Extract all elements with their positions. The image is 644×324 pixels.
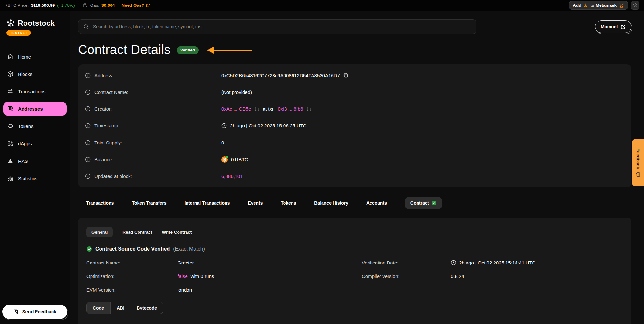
- tab-internal-transactions[interactable]: Internal Transactions: [185, 200, 230, 206]
- creator-address-link[interactable]: 0xAc ... CD5e: [221, 106, 251, 112]
- tab-token-transfers[interactable]: Token Transfers: [132, 200, 166, 206]
- metamask-button-suffix: to Metamask: [590, 3, 617, 8]
- copy-icon[interactable]: [343, 73, 348, 78]
- detail-row-address: Address: 0xC5D2B6b48162C7728c9A008612D64…: [85, 71, 624, 79]
- sidebar-item-addresses[interactable]: Addresses: [3, 102, 67, 116]
- sidebar-item-label: Tokens: [18, 124, 34, 129]
- info-icon: [85, 157, 91, 162]
- sidebar-item-dapps[interactable]: dApps: [3, 137, 67, 150]
- testnet-badge: TESTNET: [6, 30, 31, 36]
- tab-contract[interactable]: Contract: [405, 197, 442, 209]
- copy-icon[interactable]: [255, 106, 260, 112]
- tab-accounts[interactable]: Accounts: [366, 200, 387, 206]
- field-contract-name: Contract Name: Greeter: [86, 259, 362, 267]
- clock-icon: [221, 123, 227, 128]
- title-row: Contract Details Verified: [78, 42, 631, 57]
- contract-name-value: (Not provided): [221, 89, 252, 95]
- gas-label: Gas:: [90, 3, 100, 8]
- verified-badge: Verified: [177, 46, 199, 54]
- external-link-icon: [621, 24, 626, 29]
- copy-icon[interactable]: [306, 106, 312, 112]
- updated-block-link[interactable]: 6,886,101: [221, 173, 243, 179]
- search-input[interactable]: [92, 24, 471, 30]
- search-row: Mainnet: [78, 19, 631, 34]
- check-circle-icon: [431, 200, 437, 206]
- contract-details-panel: Address: 0xC5D2B6b48162C7728c9A008612D64…: [78, 64, 631, 187]
- total-supply-value: 0: [221, 140, 224, 145]
- verification-date-value: 2h ago | Oct 02 2025 15:14:41 UTC: [459, 260, 535, 265]
- optimization-runs: with 0 runs: [191, 273, 214, 279]
- rootstock-flower-icon: [583, 3, 588, 8]
- app-root: RBTC Price: $119,506.99 (+1.78%) Gas: $0…: [0, 0, 644, 324]
- field-evm-version: EVM Version: london: [86, 286, 362, 294]
- rootstock-network-button[interactable]: [631, 1, 639, 10]
- search-box[interactable]: [78, 19, 476, 34]
- contract-fields: Contract Name: Greeter Optimization: fal…: [86, 259, 623, 294]
- tab-events[interactable]: Events: [248, 200, 263, 206]
- evm-version-value: london: [178, 287, 192, 292]
- sidebar-item-ras[interactable]: RAS: [3, 154, 67, 168]
- sidebar-item-label: Blocks: [18, 71, 32, 77]
- tab-contract-label: Contract: [410, 200, 429, 206]
- sidebar-item-blocks[interactable]: Blocks: [3, 67, 67, 81]
- feedback-edge-tab[interactable]: Feedback: [632, 139, 644, 186]
- sidebar-item-tokens[interactable]: Tokens: [3, 119, 67, 133]
- feedback-label: Feedback: [636, 148, 640, 169]
- subtab-write-contract[interactable]: Write Contract: [162, 230, 192, 235]
- field-label: Contract Name:: [86, 260, 178, 265]
- detail-row-balance: Balance: ₿ 0 RBTC: [85, 155, 624, 164]
- rbtc-price-label: RBTC Price:: [5, 3, 29, 8]
- tab-tokens[interactable]: Tokens: [281, 200, 296, 206]
- sidebar-item-label: Transactions: [18, 89, 45, 94]
- sidebar-item-transactions[interactable]: Transactions: [3, 85, 67, 98]
- send-feedback-button[interactable]: Send Feedback: [2, 305, 67, 319]
- topbar-actions: Add to Metamask: [569, 1, 639, 10]
- subtab-read-contract[interactable]: Read Contract: [122, 230, 152, 235]
- source-verified-line: Contract Source Code Verified (Exact Mat…: [86, 246, 623, 252]
- metamask-button-prefix: Add: [573, 3, 581, 8]
- search-icon: [83, 24, 89, 30]
- creation-tx-link[interactable]: 0xf3 ... 6fb6: [278, 106, 303, 112]
- annotation-arrow-icon: [214, 50, 252, 51]
- brand[interactable]: Rootstock: [6, 19, 70, 28]
- detail-row-updated-block: Updated at block: 6,886,101: [85, 172, 624, 181]
- field-label: Compiler version:: [362, 273, 451, 279]
- sidebar: Rootstock TESTNET Home Blocks Transactio…: [0, 11, 70, 324]
- contract-name-value: Greeter: [178, 260, 194, 265]
- tab-transactions[interactable]: Transactions: [86, 200, 114, 206]
- compiler-version-value: 0.8.24: [451, 273, 464, 279]
- detail-label: Total Supply:: [94, 140, 122, 145]
- address-value: 0xC5D2B6b48162C7728c9A008612D64FA8530A16…: [221, 73, 340, 78]
- verified-heading: Contract Source Code Verified: [95, 246, 170, 252]
- sidebar-item-label: dApps: [18, 141, 32, 146]
- info-icon: [85, 140, 91, 145]
- detail-label: Timestamp:: [94, 123, 120, 128]
- sidebar-item-statistics[interactable]: Statistics: [3, 171, 67, 185]
- code-tab[interactable]: Code: [87, 302, 111, 314]
- timestamp-value: 2h ago | Oct 02 2025 15:06:25 UTC: [230, 123, 306, 128]
- page-title: Contract Details: [78, 42, 171, 57]
- transfer-arrows-icon: [7, 88, 14, 95]
- rootstock-flower-gray-icon: [633, 3, 638, 8]
- field-compiler-version: Compiler version: 0.8.24: [362, 272, 535, 280]
- detail-label: Contract Name:: [94, 89, 128, 95]
- detail-label: Address:: [94, 73, 113, 78]
- tab-balance-history[interactable]: Balance History: [314, 200, 348, 206]
- balance-value: 0 RBTC: [231, 157, 248, 162]
- field-label: EVM Version:: [86, 287, 178, 292]
- triangle-icon: [7, 158, 14, 164]
- sidebar-item-home[interactable]: Home: [3, 50, 67, 63]
- abi-tab[interactable]: ABI: [111, 302, 130, 314]
- metamask-fox-icon: [619, 3, 624, 8]
- field-optimization: Optimization: false with 0 runs: [86, 272, 362, 280]
- mainnet-button[interactable]: Mainnet: [595, 20, 631, 33]
- need-gas-link[interactable]: Need Gas?: [121, 3, 150, 8]
- sidebar-item-label: RAS: [18, 158, 28, 164]
- notepad-pen-icon: [13, 309, 19, 315]
- add-to-metamask-button[interactable]: Add to Metamask: [569, 1, 628, 10]
- rbtc-price-value: $119,506.99: [31, 3, 55, 8]
- need-gas-label: Need Gas?: [121, 3, 144, 8]
- info-icon: [85, 106, 91, 112]
- subtab-general[interactable]: General: [86, 227, 113, 237]
- bytecode-tab[interactable]: Bytecode: [130, 302, 163, 314]
